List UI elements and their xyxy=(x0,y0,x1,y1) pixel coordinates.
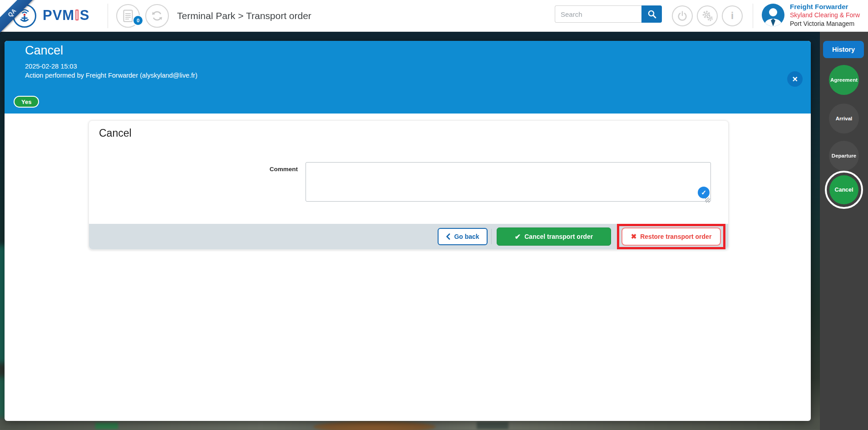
cancel-banner: Cancel 2025-02-28 15:03 Action performed… xyxy=(5,41,811,114)
breadcrumb: Terminal Park > Transport order xyxy=(177,0,311,32)
close-icon: × xyxy=(792,74,798,84)
step-departure[interactable]: Departure xyxy=(829,141,859,171)
history-sidebar: History Agreement Arrival Departure Canc… xyxy=(820,32,868,430)
restore-order-label: Restore transport order xyxy=(640,233,711,240)
step-arrival[interactable]: Arrival xyxy=(829,104,859,133)
search-input[interactable] xyxy=(555,5,641,23)
x-icon: ✖ xyxy=(631,232,637,241)
search-group xyxy=(555,5,662,23)
environment-ribbon-wrap: QA xyxy=(0,0,42,42)
resize-handle-icon[interactable] xyxy=(705,198,710,203)
check-icon: ✔ xyxy=(515,232,521,241)
info-icon: i xyxy=(731,10,734,22)
annotation-highlight-box: ✖ Restore transport order xyxy=(617,224,725,249)
chevron-left-icon xyxy=(446,233,450,240)
cancel-transport-order-button[interactable]: ✔ Cancel transport order xyxy=(497,227,611,246)
close-button[interactable]: × xyxy=(787,71,803,87)
qa-ribbon: QA xyxy=(0,0,37,37)
user-company: Skyland Clearing & Forw xyxy=(790,11,868,20)
documents-count-badge: 0 xyxy=(133,15,143,26)
document-icon xyxy=(123,10,133,22)
banner-action-text: Action performed by Freight Forwarder (a… xyxy=(25,72,197,79)
banner-title: Cancel xyxy=(25,42,63,59)
settings-button[interactable] xyxy=(697,5,718,26)
power-icon xyxy=(677,10,688,21)
banner-timestamp: 2025-02-28 15:03 xyxy=(25,63,77,70)
step-agreement[interactable]: Agreement xyxy=(829,65,859,95)
refresh-button[interactable] xyxy=(145,4,169,28)
cancel-card: Cancel Comment ✓ Go back ✔ Cancel transp… xyxy=(89,120,729,250)
go-back-label: Go back xyxy=(454,233,479,240)
restore-transport-order-button[interactable]: ✖ Restore transport order xyxy=(621,227,721,246)
valid-check-badge: ✓ xyxy=(698,187,710,198)
header-divider xyxy=(108,4,108,28)
top-header: PVMIS 0 Terminal Park > Transport order xyxy=(0,0,868,32)
user-organization: Port Victoria Managem xyxy=(790,20,868,28)
user-role: Freight Forwarder xyxy=(790,2,868,11)
yes-badge[interactable]: Yes xyxy=(14,96,39,108)
transport-order-modal: Cancel 2025-02-28 15:03 Action performed… xyxy=(5,41,811,421)
info-button[interactable]: i xyxy=(722,5,743,26)
footer-divider xyxy=(491,229,492,244)
go-back-button[interactable]: Go back xyxy=(438,228,488,245)
logout-button[interactable] xyxy=(672,5,693,26)
refresh-icon xyxy=(151,10,163,22)
user-avatar[interactable] xyxy=(762,4,784,26)
comment-label: Comment xyxy=(225,166,298,173)
comment-textarea[interactable] xyxy=(306,162,711,202)
search-icon xyxy=(647,10,656,19)
header-divider xyxy=(753,4,753,28)
user-info[interactable]: Freight Forwarder Skyland Clearing & For… xyxy=(790,2,868,28)
card-title: Cancel xyxy=(99,127,132,139)
history-button[interactable]: History xyxy=(823,41,864,58)
person-icon xyxy=(762,5,784,26)
card-footer: Go back ✔ Cancel transport order ✖ Resto… xyxy=(89,224,728,249)
check-icon: ✓ xyxy=(701,189,706,196)
step-cancel-label: Cancel xyxy=(829,175,858,204)
step-cancel[interactable]: Cancel xyxy=(825,171,863,209)
app-name: PVMIS xyxy=(43,7,90,24)
search-button[interactable] xyxy=(641,5,662,23)
gears-icon xyxy=(701,10,713,22)
cancel-order-label: Cancel transport order xyxy=(524,233,593,240)
